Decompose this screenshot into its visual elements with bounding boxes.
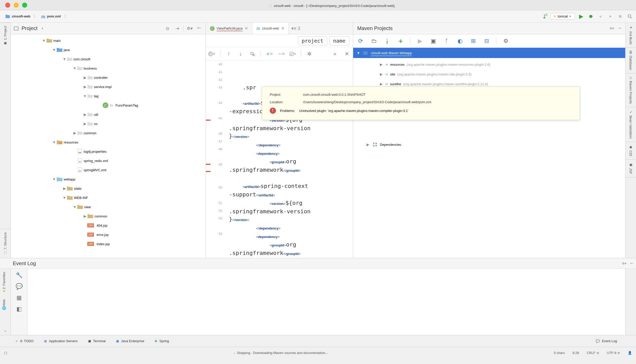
collapse-all-icon[interactable]: ⊖	[164, 25, 171, 32]
tool-tab-eventlog[interactable]: 💬Event Log	[592, 338, 621, 344]
more-icon[interactable]: »	[331, 50, 339, 58]
toggle-icon[interactable]: ☑m	[289, 50, 296, 58]
settings-icon[interactable]: 🔧	[15, 271, 23, 279]
tree-node[interactable]: ▼webapp	[11, 175, 206, 184]
window-minimize-icon[interactable]	[14, 3, 19, 8]
hide-panel-icon[interactable]: ⭰	[630, 262, 633, 265]
project-tree[interactable]: ▼main▼java▼com.cinsoft▼business▶controll…	[11, 34, 206, 258]
download-icon[interactable]: ⭳	[383, 37, 391, 45]
tool-tab-todo[interactable]: ✓6: TODO	[15, 339, 34, 343]
tree-node[interactable]: ▶service.impl	[11, 82, 206, 91]
tree-node[interactable]: springMVC.xml	[11, 165, 206, 175]
tool-tab-javaee[interactable]: ▣Java Enterprise	[116, 339, 144, 343]
maven-plugin-node[interactable]: ▶mresources (org.apache.maven.plugins:ma…	[353, 60, 625, 69]
run-button[interactable]: ▶	[577, 13, 585, 20]
breadcrumb-project[interactable]: cinsoft-web	[3, 13, 33, 20]
tree-node[interactable]: ▼resources	[11, 138, 206, 147]
tool-tab-ant[interactable]: ✴Ant Build	[625, 23, 636, 48]
tree-node[interactable]: ▶common	[11, 128, 206, 138]
clear-icon[interactable]: ◧	[15, 305, 23, 313]
toggle-skip-tests-icon[interactable]: ◐	[456, 37, 464, 45]
gear-icon[interactable]: ✲	[306, 50, 313, 58]
collapse-icon[interactable]: ⊟	[483, 37, 490, 45]
tree-node[interactable]: ▶common	[11, 212, 206, 221]
window-zoom-icon[interactable]	[22, 3, 27, 8]
add-icon[interactable]: ＋m	[265, 50, 273, 58]
breadcrumb-file[interactable]: m pom.xml	[38, 12, 63, 21]
panel-settings-icon[interactable]: ✲▾	[610, 26, 614, 30]
tree-node[interactable]: ▼main	[11, 36, 206, 45]
tree-node[interactable]: JSPerror.jsp	[11, 230, 206, 239]
tool-tab-favorites[interactable]: ★2: Favorites	[0, 269, 11, 296]
tool-tab-database[interactable]: 🗄Database	[625, 48, 636, 73]
editor-tab-viewpathutil[interactable]: C ViewPathUtil.java ✕	[206, 23, 252, 34]
tool-tab-cdi[interactable]: ◉CDI	[625, 142, 636, 159]
more-icon[interactable]: »	[0, 327, 11, 335]
status-encoding[interactable]: UTF-8 ≑	[607, 351, 620, 355]
tool-tab-maven[interactable]: mMaven Projects	[625, 73, 636, 107]
tool-tab-project[interactable]: ▣1: Project	[0, 23, 11, 49]
scroll-to-source-icon[interactable]: ⇥	[174, 25, 181, 32]
toggle-offline-icon[interactable]: ᚶ	[443, 37, 450, 45]
layout-button[interactable]: ⊞	[616, 13, 624, 20]
tree-node[interactable]: ▼business	[11, 64, 206, 73]
window-close-icon[interactable]	[5, 3, 10, 8]
status-position[interactable]: 8:28	[573, 351, 579, 355]
search-button[interactable]	[626, 13, 633, 20]
close-icon[interactable]: ✕	[245, 26, 248, 31]
tree-node[interactable]: C⇆FuncParamTag	[11, 101, 206, 110]
tree-node[interactable]: ▶static	[11, 184, 206, 193]
tree-node[interactable]: ▶controller	[11, 73, 206, 82]
debug-button[interactable]	[587, 13, 594, 20]
maven-settings-icon[interactable]: ⚙	[502, 37, 510, 45]
tree-node[interactable]: ▶vo	[11, 119, 206, 128]
tree-node[interactable]: log4j.properties	[11, 147, 206, 156]
editor-tab-cinsoft-web[interactable]: m cinsoft-web ✕	[252, 23, 289, 34]
xml-crumb-name[interactable]: name	[329, 36, 349, 45]
tree-node[interactable]: ▼java	[11, 45, 206, 54]
tree-node[interactable]: ▶util	[11, 110, 206, 119]
tree-node[interactable]: ▼view	[11, 202, 206, 212]
status-line-ending[interactable]: CRLF ≑	[587, 351, 599, 355]
maven-root-node[interactable]: ▼ cinsoft-web Maven Webapp	[353, 48, 625, 58]
tree-node[interactable]: ▼WEB-INF	[11, 193, 206, 202]
execute-icon[interactable]: ▣	[429, 37, 437, 45]
tool-tab-spring[interactable]: ❀Spring	[155, 339, 169, 343]
maven-plugin-node[interactable]: ▶msite (org.apache.maven.plugins:maven-s…	[353, 69, 625, 79]
filter-icon[interactable]: ▦	[15, 294, 23, 302]
inspections-icon[interactable]: 👤	[628, 351, 632, 355]
tab-list-icon[interactable]: ▾≡ 3	[289, 23, 303, 34]
stop-button[interactable]: ■	[607, 13, 614, 20]
clear-icon[interactable]: C✕	[208, 50, 216, 58]
hide-panel-icon[interactable]: ⭲	[618, 26, 621, 30]
tool-tab-appservers[interactable]: ▣Application Servers	[44, 339, 78, 343]
remove-icon[interactable]: －m	[277, 50, 284, 58]
refresh-icon[interactable]: ⟳	[357, 37, 364, 45]
tree-node[interactable]: JSPindex.jsp	[11, 239, 206, 248]
balloon-icon[interactable]: 💬	[15, 283, 23, 290]
panel-settings-icon[interactable]: ✲▾	[186, 25, 193, 32]
coverage-button[interactable]: ◈	[597, 13, 604, 20]
tool-tab-structure[interactable]: ⬚7: Structure	[0, 229, 11, 258]
tool-tab-bean[interactable]: ✓Bean Validation	[625, 107, 636, 142]
tool-tab-jsf[interactable]: ▣JSF	[625, 160, 636, 177]
panel-settings-icon[interactable]: ✲▾	[622, 262, 627, 265]
search-icon[interactable]: ALL	[249, 50, 256, 58]
tool-tab-web[interactable]: 🌐Web	[0, 296, 11, 313]
xml-crumb-project[interactable]: project	[298, 36, 327, 45]
generate-sources-icon[interactable]: 🗀	[370, 37, 378, 45]
down-arrow-icon[interactable]: ↓	[237, 50, 244, 58]
status-indicator-icon[interactable]: ▢	[4, 351, 7, 355]
show-deps-icon[interactable]: ⊞	[469, 37, 477, 45]
hide-panel-icon[interactable]: ⭰	[196, 25, 203, 32]
tree-node[interactable]: spring_redis.xml	[11, 156, 206, 165]
close-icon[interactable]: ✕	[281, 26, 284, 31]
close-icon[interactable]: ✕	[343, 50, 350, 58]
maven-node-dependencies[interactable]: ▶ Dependencies	[353, 140, 625, 149]
run-config-select[interactable]: ✴ tomcat ▾	[551, 13, 575, 20]
tree-node[interactable]: ▼com.cinsoft	[11, 54, 206, 64]
add-icon[interactable]: ＋	[397, 37, 404, 45]
tree-node[interactable]: JSP404.jsp	[11, 221, 206, 230]
tool-tab-terminal[interactable]: ▣Terminal	[88, 339, 106, 343]
tree-node[interactable]: ▼tag	[11, 91, 206, 101]
